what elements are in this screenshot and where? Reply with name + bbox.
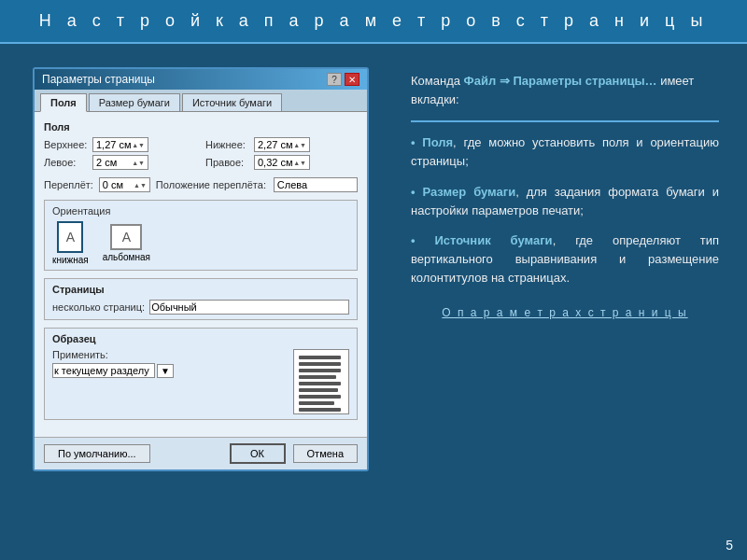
text-area: Команда Файл ⇒ Параметры страницы… имеет…	[402, 58, 728, 536]
footer-left: По умолчанию...	[44, 444, 222, 463]
spinner-bottom[interactable]: ▲▼	[293, 142, 306, 148]
perepl-pos-select[interactable]: Слева	[274, 177, 358, 192]
preview-line-3	[299, 369, 341, 372]
bullet-header-1: • Поля	[411, 135, 453, 149]
preview-line-7	[299, 395, 341, 399]
intro-prefix: Команда	[411, 74, 464, 88]
divider-line	[411, 120, 719, 122]
tab-paper-size[interactable]: Размер бумаги	[89, 93, 180, 111]
title-bar: Н а с т р о й к а п а р а м е т р о в с …	[0, 0, 747, 44]
pages-select[interactable]: Обычный	[149, 300, 349, 315]
cancel-button[interactable]: Отмена	[293, 444, 358, 463]
preview-lines	[294, 350, 348, 414]
field-label-top: Верхнее:	[44, 139, 89, 150]
title-text: Н а с т р о й к а п а р а м е т р о в с …	[39, 11, 709, 30]
page-number: 5	[726, 538, 733, 553]
sample-preview	[293, 349, 349, 414]
sample-section: Образец Применить: к текущему разделу ▼	[44, 328, 358, 420]
orientation-title: Ориентация	[52, 205, 349, 217]
intro-text: Команда Файл ⇒ Параметры страницы… имеет…	[411, 72, 719, 109]
orientation-landscape[interactable]: A альбомная	[103, 224, 150, 262]
close-button[interactable]: ✕	[345, 73, 359, 86]
field-value-perepl: 0 см	[103, 179, 123, 190]
portrait-icon: A	[57, 221, 83, 253]
bullet-header-2: • Размер бумаги	[411, 185, 515, 199]
main-content: Параметры страницы ? ✕ Поля Размер бумаг…	[0, 44, 747, 550]
tab-paper-source[interactable]: Источник бумаги	[182, 93, 282, 111]
preview-line-1	[299, 356, 341, 359]
landscape-icon: A	[110, 224, 142, 250]
bullet-item-1: • Поля, где можно установить поля и орие…	[411, 133, 719, 171]
field-row-top: Верхнее: 1,27 см ▲▼	[44, 137, 196, 152]
spinner-perepl[interactable]: ▲▼	[134, 182, 147, 189]
bullet-body-1: , где можно установить поля и ориентацию…	[411, 135, 719, 168]
sample-inner: Применить: к текущему разделу ▼	[52, 349, 349, 414]
pages-label: несколько страниц:	[52, 301, 145, 313]
dialog-titlebar-buttons: ? ✕	[327, 73, 359, 86]
apply-select[interactable]: к текущему разделу	[52, 363, 155, 378]
dialog-titlebar: Параметры страницы ? ✕	[35, 69, 367, 90]
field-input-top[interactable]: 1,27 см ▲▼	[92, 137, 148, 152]
pages-value: Обычный	[151, 301, 197, 313]
fields-grid: Верхнее: 1,27 см ▲▼ Нижнее: 2,27 см ▲▼	[44, 137, 358, 170]
field-input-right[interactable]: 0,32 см ▲▼	[254, 155, 310, 170]
field-label-perepl: Переплёт:	[44, 179, 93, 190]
default-button[interactable]: По умолчанию...	[44, 444, 150, 463]
preview-line-4	[299, 375, 336, 379]
preview-line-2	[299, 362, 341, 366]
dialog-body: Поля Верхнее: 1,27 см ▲▼ Нижнее:	[35, 112, 367, 437]
spinner-left[interactable]: ▲▼	[132, 160, 145, 166]
fields-section-title: Поля	[44, 121, 358, 133]
apply-row: к текущему разделу ▼	[52, 363, 284, 378]
field-input-left[interactable]: 2 см ▲▼	[92, 155, 148, 170]
preview-line-8	[299, 401, 334, 405]
preview-line-9	[299, 408, 341, 412]
field-label-left: Левое:	[44, 157, 89, 168]
orientation-section: Ориентация A книжная A альбомная	[44, 200, 358, 271]
bullet-header-3: • Источник бумаги	[411, 233, 553, 247]
portrait-label: книжная	[52, 255, 89, 265]
intro-bold: Файл ⇒ Параметры страницы…	[464, 74, 657, 88]
field-row-bottom: Нижнее: 2,27 см ▲▼	[205, 137, 358, 152]
spinner-right[interactable]: ▲▼	[293, 160, 306, 166]
bullet-item-3: • Источник бумаги, где определяют тип ве…	[411, 231, 719, 287]
ok-button[interactable]: ОК	[230, 443, 286, 464]
dialog-box: Параметры страницы ? ✕ Поля Размер бумаг…	[33, 67, 369, 471]
dialog-area: Параметры страницы ? ✕ Поля Размер бумаг…	[19, 58, 383, 536]
apply-dropdown-button[interactable]: ▼	[157, 364, 174, 378]
pages-section: Страницы несколько страниц: Обычный	[44, 278, 358, 320]
field-label-perepl-pos: Положение переплёта:	[156, 179, 268, 190]
dialog-footer: По умолчанию... ОК Отмена	[35, 437, 367, 469]
apply-label: Применить:	[52, 349, 284, 360]
field-value-bottom: 2,27 см	[258, 139, 293, 150]
orientation-portrait[interactable]: A книжная	[52, 221, 89, 265]
field-value-right: 0,32 см	[258, 157, 293, 168]
field-value-left: 2 см	[96, 157, 117, 168]
preview-line-6	[299, 388, 338, 392]
bullet-item-2: • Размер бумаги, для задания формата бум…	[411, 183, 719, 220]
dialog-title: Параметры страницы	[42, 73, 155, 86]
field-input-bottom[interactable]: 2,27 см ▲▼	[254, 137, 310, 152]
field-value-top: 1,27 см	[96, 139, 132, 150]
orientation-options: A книжная A альбомная	[52, 221, 349, 265]
preview-line-5	[299, 382, 341, 385]
spinner-top[interactable]: ▲▼	[132, 142, 145, 148]
field-label-bottom: Нижнее:	[205, 139, 250, 150]
pages-section-title: Страницы	[52, 284, 349, 295]
link-text[interactable]: О п а р а м е т р а х с т р а н и ц ы	[411, 304, 719, 322]
tab-fields[interactable]: Поля	[40, 93, 87, 112]
landscape-label: альбомная	[103, 252, 150, 262]
pages-row: несколько страниц: Обычный	[52, 300, 349, 315]
field-label-right: Правое:	[205, 157, 250, 168]
field-row-right: Правое: 0,32 см ▲▼	[205, 155, 358, 170]
field-input-perepl[interactable]: 0 см ▲▼	[99, 177, 150, 192]
dialog-tabs: Поля Размер бумаги Источник бумаги	[35, 90, 367, 112]
help-button[interactable]: ?	[327, 73, 342, 86]
apply-value: к текущему разделу	[54, 365, 149, 376]
perepl-row: Переплёт: 0 см ▲▼ Положение переплёта: С…	[44, 177, 358, 192]
sample-section-title: Образец	[52, 333, 349, 344]
sample-left: Применить: к текущему разделу ▼	[52, 349, 284, 414]
field-row-left: Левое: 2 см ▲▼	[44, 155, 196, 170]
